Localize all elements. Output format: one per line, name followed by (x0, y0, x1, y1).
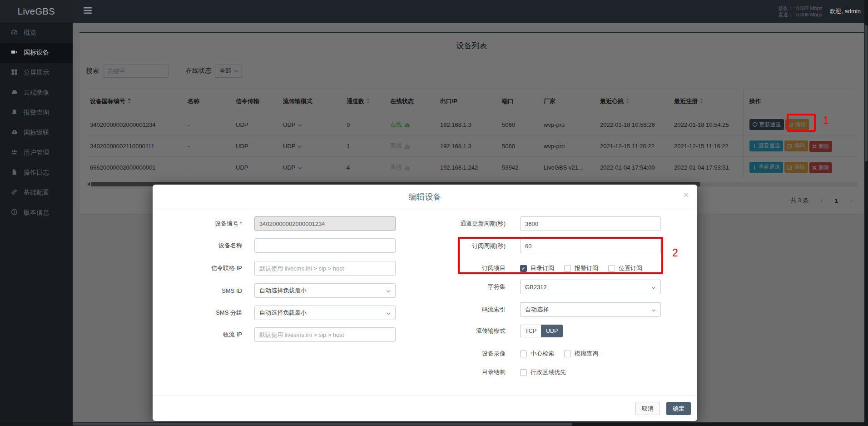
annotation-box-step1 (787, 114, 816, 132)
sidebar-item-gb-devices[interactable]: 国标设备 (0, 43, 73, 63)
annotation-box-step2 (458, 237, 663, 274)
up-arrow-icon: ↑ (789, 5, 792, 11)
app-logo: LiveGBS (0, 0, 73, 23)
sms-id-select[interactable]: 自动选择负载最小 (254, 283, 396, 298)
stream-mode-toggle: TCP UDP (520, 325, 563, 337)
admin-region-first-checkbox[interactable]: 行政区域优先 (520, 368, 566, 376)
down-arrow-icon: ↓ (789, 12, 792, 17)
close-icon[interactable]: × (683, 190, 689, 200)
sidebar-item-alarm-query[interactable]: 报警查询 (0, 103, 73, 123)
udp-option[interactable]: UDP (541, 325, 563, 337)
gears-icon (11, 189, 18, 197)
channel-refresh-input[interactable] (520, 216, 661, 231)
scrollbar-thumb[interactable] (865, 25, 868, 161)
annotation-number-1: 1 (823, 115, 829, 127)
hamburger-menu-icon[interactable] (84, 7, 92, 15)
sidebar-item-operation-log[interactable]: 操作日志 (0, 163, 73, 183)
sidebar-item-gb-cascade[interactable]: 国标级联 (0, 123, 73, 143)
sidebar-item-overview[interactable]: 概览 (0, 23, 73, 43)
bell-icon (11, 109, 18, 117)
sidebar: LiveGBS 概览 国标设备 分屏展示 云端录像 报警查询 国标级联 用户管理 (0, 0, 73, 426)
signal-contact-ip-input[interactable] (254, 261, 396, 276)
checkbox-icon (520, 369, 527, 376)
sidebar-item-split-screen[interactable]: 分屏展示 (0, 63, 73, 83)
sidebar-item-label: 用户管理 (24, 149, 49, 157)
chevron-down-icon (387, 289, 390, 292)
field-stream-index: 码流索引 自动选择 (433, 302, 661, 317)
chevron-down-icon (652, 308, 655, 311)
app: LiveGBS 概览 国标设备 分屏展示 云端录像 报警查询 国标级联 用户管理 (0, 0, 868, 426)
field-device-name: 设备名称 (169, 238, 396, 253)
device-name-input[interactable] (254, 238, 396, 253)
gauge-icon (11, 29, 18, 37)
sidebar-item-label: 版本信息 (24, 209, 49, 217)
field-channel-refresh: 通道更新周期(秒) (433, 216, 661, 231)
stream-receive-ip-input[interactable] (254, 327, 396, 342)
modal-title: 编辑设备 (409, 191, 441, 202)
sidebar-item-label: 国标设备 (24, 49, 49, 57)
modal-header: 编辑设备 × (153, 185, 697, 209)
annotation-number-2: 2 (672, 247, 678, 259)
fuzzy-query-checkbox[interactable]: 模糊查询 (564, 350, 598, 358)
welcome-user[interactable]: 欢迎, admin (829, 7, 861, 15)
send-rate: 0.006 Mbps (796, 12, 822, 17)
checkbox-icon (564, 351, 571, 357)
sidebar-item-label: 概览 (24, 29, 36, 37)
chevron-down-icon (652, 285, 655, 289)
sidebar-item-label: 国标级联 (24, 129, 49, 137)
required-mark: * (240, 220, 242, 227)
sidebar-item-label: 基础配置 (24, 189, 49, 197)
sidebar-item-user-management[interactable]: 用户管理 (0, 143, 73, 163)
sidebar-item-basic-config[interactable]: 基础配置 (0, 183, 73, 203)
scrollbar-thumb[interactable] (73, 423, 572, 426)
cancel-button[interactable]: 取消 (635, 402, 660, 415)
vertical-scrollbar[interactable] (864, 0, 868, 426)
topbar: 接收 ↑ : 0.027 Mbps 发送 ↓ : 0.006 Mbps 欢迎, … (73, 0, 868, 23)
sidebar-item-cloud-record[interactable]: 云端录像 (0, 83, 73, 103)
field-charset: 字符集 GB2312 (433, 280, 661, 294)
cloud-upload-icon (11, 129, 18, 137)
bottom-scrollbar[interactable] (0, 422, 868, 426)
sidebar-item-label: 操作日志 (24, 169, 49, 177)
sidebar-item-version-info[interactable]: 版本信息 (0, 203, 73, 223)
field-sms-group: SMS 分组 自动选择负载最小 (169, 306, 396, 320)
field-sms-id: SMS ID 自动选择负载最小 (169, 283, 396, 298)
cloud-icon (11, 89, 18, 97)
field-dir-structure: 目录结构 行政区域优先 (433, 365, 576, 380)
tcp-option[interactable]: TCP (520, 325, 541, 337)
stream-index-select[interactable]: 自动选择 (520, 302, 661, 317)
ok-button[interactable]: 确定 (666, 402, 691, 415)
grid-icon (11, 69, 18, 77)
sidebar-item-label: 分屏展示 (24, 69, 49, 77)
modal-footer: 取消 确定 (153, 396, 697, 421)
device-id-input (254, 216, 396, 231)
sidebar-item-label: 云端录像 (24, 89, 49, 97)
center-search-checkbox[interactable]: 中心检索 (520, 350, 554, 358)
chevron-down-icon (387, 311, 390, 315)
edit-device-modal: 编辑设备 × 设备编号* 设备名称 信令联络 IP SMS ID 自动选择负载最… (153, 185, 697, 421)
file-icon (11, 169, 18, 177)
recv-rate: 0.027 Mbps (796, 5, 822, 11)
camera-icon (11, 49, 18, 57)
field-stream-mode: 流传输模式 TCP UDP (433, 324, 563, 338)
info-icon (11, 209, 18, 217)
sms-group-select[interactable]: 自动选择负载最小 (254, 306, 396, 320)
checkbox-icon (520, 351, 527, 357)
field-recv-ip: 收流 IP (169, 327, 396, 342)
sidebar-item-label: 报警查询 (24, 109, 49, 117)
network-stats: 接收 ↑ : 0.027 Mbps 发送 ↓ : 0.006 Mbps (778, 5, 822, 18)
field-signal-ip: 信令联络 IP (169, 261, 396, 276)
field-device-record: 设备录像 中心检索 模糊查询 (433, 346, 608, 361)
users-icon (11, 149, 18, 157)
charset-select[interactable]: GB2312 (520, 280, 661, 294)
field-device-id: 设备编号* (169, 216, 396, 231)
